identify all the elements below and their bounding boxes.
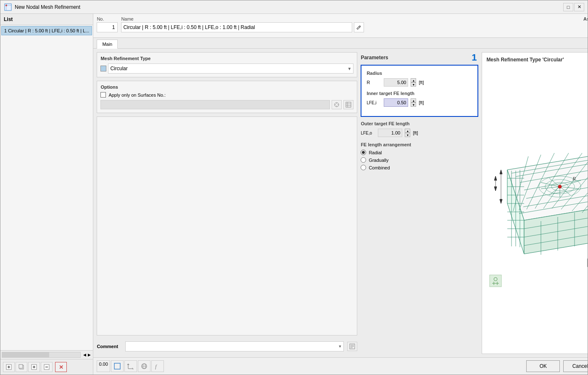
- mesh-diagram: R: [486, 128, 588, 288]
- new-item-button[interactable]: [3, 362, 15, 372]
- list-toolbar-buttons: [2, 361, 53, 373]
- edit-name-button[interactable]: [354, 22, 364, 32]
- scroll-left-btn[interactable]: ◀: [82, 353, 87, 357]
- svg-text:f: f: [155, 363, 158, 370]
- lfe-o-input[interactable]: [378, 129, 402, 137]
- lfe-o-label: LFE,o: [361, 131, 375, 135]
- list-content[interactable]: 1 Circular | R : 5.00 ft | LFE,i : 0.50 …: [0, 25, 93, 350]
- radial-radio-label[interactable]: Radial: [361, 150, 478, 155]
- name-input[interactable]: [121, 22, 352, 32]
- scroll-right-btn[interactable]: ▶: [87, 353, 92, 357]
- bottom-axes-icon-btn[interactable]: [124, 360, 137, 372]
- options-title: Options: [100, 85, 353, 90]
- surface-input-row: [100, 100, 353, 109]
- lfe-i-label: LFE,i: [367, 100, 381, 105]
- list-toolbar: ✕: [0, 359, 93, 375]
- comment-dropdown-arrow-icon: ▼: [338, 344, 342, 349]
- gradually-radio-label[interactable]: Gradually: [361, 157, 478, 163]
- arrangement-radio-group: Radial Gradually Combined: [361, 150, 478, 170]
- svg-marker-86: [500, 170, 502, 174]
- horizontal-scrollbar[interactable]: [2, 352, 81, 358]
- r-label: R: [367, 80, 381, 85]
- no-input[interactable]: [97, 22, 118, 32]
- bottom-globe-icon-btn[interactable]: [138, 360, 150, 372]
- comment-label: Comment: [97, 344, 122, 349]
- mesh-type-section: Mesh Refinement Type Circular ▼: [97, 52, 357, 77]
- r-down-button[interactable]: ▼: [411, 82, 416, 87]
- list-panel: List 1 Circular | R : 5.00 ft | LFE,i : …: [0, 14, 93, 375]
- combined-radio-label[interactable]: Combined: [361, 165, 478, 170]
- app-icon: [4, 3, 12, 11]
- dropdown-value: Circular: [110, 66, 127, 71]
- copy-item-button[interactable]: [16, 362, 27, 372]
- bottom-box-icon-btn[interactable]: [111, 360, 124, 372]
- gradually-radio[interactable]: [361, 157, 366, 163]
- svg-line-14: [359, 26, 360, 27]
- delete-button[interactable]: ✕: [55, 362, 67, 372]
- cancel-button[interactable]: Cancel: [563, 360, 588, 372]
- bottom-formula-icon-btn[interactable]: f: [151, 360, 164, 372]
- select-surface-icon-btn[interactable]: [332, 100, 342, 109]
- empty-config-area: [97, 116, 357, 335]
- preview-panel: Mesh Refinement Type 'Circular': [482, 52, 588, 354]
- lfe-o-up-button[interactable]: ▲: [405, 129, 410, 133]
- no-label: No.: [97, 16, 118, 21]
- params-header: Parameters 1: [361, 52, 478, 63]
- fe-arrangement-label: FE length arrangement: [361, 142, 478, 147]
- lfe-i-row: LFE,i ▲ ▼ [ft]: [367, 98, 472, 107]
- main-content: List 1 Circular | R : 5.00 ft | LFE,i : …: [0, 14, 588, 375]
- no-group: No.: [97, 16, 118, 32]
- r-unit: [ft]: [419, 80, 424, 85]
- lfe-i-input[interactable]: [384, 98, 408, 107]
- radial-radio[interactable]: [361, 150, 366, 155]
- lfe-i-down-button[interactable]: ▼: [411, 103, 416, 107]
- comment-section: Comment ▼: [97, 339, 357, 354]
- svg-rect-0: [5, 4, 11, 11]
- table-surface-btn[interactable]: [343, 100, 353, 109]
- lfe-o-spinner: ▲ ▼: [405, 129, 410, 137]
- mesh-type-label: Mesh Refinement Type: [100, 56, 353, 61]
- close-button[interactable]: ✕: [574, 3, 584, 11]
- surfaces-input[interactable]: [100, 100, 330, 109]
- inner-fe-section: Inner target FE length LFE,i ▲ ▼ [ft]: [367, 91, 472, 107]
- assigned-label: Assigned to Nodes No.: [583, 16, 588, 21]
- mesh-type-dropdown[interactable]: Circular ▼: [108, 63, 353, 74]
- combined-radio[interactable]: [361, 165, 366, 170]
- main-tab[interactable]: Main: [97, 40, 118, 49]
- svg-marker-90: [494, 187, 497, 191]
- lfe-o-down-button[interactable]: ▼: [405, 133, 410, 137]
- left-two-panels: Mesh Refinement Type Circular ▼ Options: [97, 52, 357, 354]
- ok-button[interactable]: OK: [526, 360, 560, 372]
- r-up-button[interactable]: ▲: [411, 78, 416, 82]
- comment-edit-btn[interactable]: [347, 342, 357, 351]
- radius-section: Radius R ▲ ▼ [ft]: [367, 71, 472, 87]
- apply-surfaces-checkbox[interactable]: [100, 92, 106, 98]
- gradually-label: Gradually: [369, 158, 388, 163]
- svg-marker-89: [494, 176, 497, 180]
- comment-dropdown[interactable]: ▼: [125, 341, 344, 351]
- name-label: Name: [121, 16, 364, 21]
- svg-rect-100: [114, 363, 120, 369]
- outer-fe-section: Outer target FE length LFE,o ▲ ▼ [ft]: [361, 121, 478, 137]
- outer-fe-label: Outer target FE length: [361, 121, 478, 126]
- preview-diagram: R: [486, 66, 588, 349]
- lfe-o-row: LFE,o ▲ ▼ [ft]: [361, 129, 478, 137]
- lfe-o-unit: [ft]: [413, 130, 418, 135]
- inner-fe-label: Inner target FE length: [367, 91, 472, 96]
- name-group: Name: [121, 16, 364, 32]
- collapse-button[interactable]: [41, 362, 53, 372]
- preview-title: Mesh Refinement Type 'Circular': [486, 57, 588, 63]
- right-area: No. Name Assigned to Nodes No. 2: [93, 14, 588, 375]
- window-controls: □ ✕: [563, 3, 584, 11]
- lfe-i-up-button[interactable]: ▲: [411, 98, 416, 103]
- list-header: List: [0, 14, 93, 25]
- r-row: R ▲ ▼ [ft]: [367, 78, 472, 87]
- list-item[interactable]: 1 Circular | R : 5.00 ft | LFE,i : 0.50 …: [1, 26, 92, 35]
- tab-bar: Main: [93, 38, 588, 49]
- maximize-button[interactable]: □: [563, 3, 573, 11]
- content-area: Mesh Refinement Type Circular ▼ Options: [93, 49, 588, 357]
- expand-button[interactable]: [28, 362, 40, 372]
- coord-display: 0.00: [97, 360, 110, 372]
- r-input[interactable]: [384, 78, 408, 87]
- bottom-icon: [490, 275, 501, 287]
